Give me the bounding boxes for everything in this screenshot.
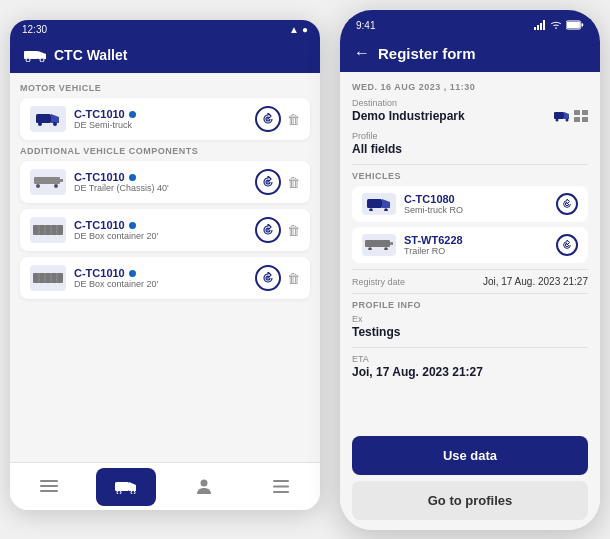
phone-refresh-btn-1[interactable] [556, 193, 578, 215]
destination-value: Demo Industriepark [352, 109, 465, 123]
container-actions-1: 🗑 [255, 217, 300, 243]
tablet-signal: ▲● [289, 24, 308, 35]
person-icon [197, 479, 211, 495]
refresh-btn-2[interactable] [255, 169, 281, 195]
trailer-icon-box-1 [30, 169, 66, 195]
menu-icon [273, 480, 289, 494]
phone-refresh-btn-2[interactable] [556, 234, 578, 256]
phone: 9:41 [340, 10, 600, 530]
ex-block: Ex Testings [352, 314, 588, 339]
phone-status-bar: 9:41 [340, 10, 600, 38]
phone-trailer-svg-1 [365, 240, 393, 250]
phone-vehicle-2: ST-WT6228 Trailer RO [352, 227, 588, 263]
svg-point-53 [368, 247, 372, 250]
refresh-btn-1[interactable] [255, 106, 281, 132]
status-dot-3 [129, 222, 136, 229]
registry-value: Joi, 17 Aug. 2023 21:27 [483, 276, 588, 287]
motor-vehicle-actions: 🗑 [255, 106, 300, 132]
divider-4 [352, 347, 588, 348]
svg-rect-8 [34, 177, 60, 184]
tablet-body: MOTOR VEHICLE C-TC1010 [10, 73, 320, 462]
delete-btn-3[interactable]: 🗑 [287, 223, 300, 238]
phone-header-title: Register form [378, 45, 476, 62]
phone-signal-icons [534, 20, 584, 30]
container-id-1: C-TC1010 [74, 219, 247, 231]
phone-body: WED. 16 AUG 2023 , 11:30 Destination Dem… [340, 72, 600, 428]
use-data-button[interactable]: Use data [352, 436, 588, 475]
trailer-id-1: C-TC1010 [74, 171, 247, 183]
container-card-2: C-TC1010 DE Box container 20' [20, 257, 310, 299]
status-dot-2 [129, 174, 136, 181]
go-to-profiles-button[interactable]: Go to profiles [352, 481, 588, 520]
refresh-icon-1 [262, 113, 274, 125]
container-icon-box-2 [30, 265, 66, 291]
svg-marker-49 [382, 199, 390, 208]
phone-vehicle-1: C-TC1080 Semi-truck RO [352, 186, 588, 222]
svg-point-2 [26, 58, 30, 62]
container-sub-2: DE Box container 20' [74, 279, 247, 289]
svg-point-42 [556, 119, 559, 122]
delete-btn-1[interactable]: 🗑 [287, 112, 300, 127]
date-label: WED. 16 AUG 2023 , 11:30 [352, 82, 588, 92]
phone-truck-svg-1 [367, 197, 391, 211]
svg-marker-41 [564, 112, 569, 119]
svg-point-28 [131, 490, 135, 494]
trailer-card-1: C-TC1010 DE Trailer (Chassis) 40' [20, 161, 310, 203]
svg-rect-40 [554, 112, 564, 119]
nav-list[interactable] [19, 468, 79, 506]
motor-vehicle-sub: DE Semi-truck [74, 120, 247, 130]
tablet: 12:30 ▲● CTC Wallet MOTOR VEHICLE [10, 20, 320, 510]
nav-menu[interactable] [251, 468, 311, 506]
destination-block: Destination Demo Industriepark [352, 98, 588, 123]
svg-marker-5 [51, 114, 59, 123]
svg-point-43 [566, 119, 569, 122]
phone-vehicle-sub-2: Trailer RO [404, 246, 548, 256]
registry-label: Registry date [352, 277, 405, 287]
container-card-1: C-TC1010 DE Box container 20' [20, 209, 310, 251]
refresh-icon-3 [262, 224, 274, 236]
tablet-status-bar: 12:30 ▲● [10, 20, 320, 39]
truck-dest-icon [554, 110, 570, 122]
profile-label: Profile [352, 131, 588, 141]
additional-label: ADDITIONAL VEHICLE COMPONENTS [20, 146, 310, 156]
ctc-wallet-icon [24, 48, 46, 62]
motor-vehicle-label: MOTOR VEHICLE [20, 83, 310, 93]
tablet-time: 12:30 [22, 24, 47, 35]
svg-point-10 [54, 184, 58, 188]
svg-rect-38 [567, 22, 580, 29]
delete-btn-4[interactable]: 🗑 [287, 271, 300, 286]
svg-rect-12 [33, 225, 63, 235]
tablet-bottom-nav [10, 462, 320, 510]
svg-point-27 [117, 490, 121, 494]
eta-value: Joi, 17 Aug. 2023 21:27 [352, 365, 588, 379]
container-info-1: C-TC1010 DE Box container 20' [74, 219, 247, 241]
svg-point-51 [384, 208, 388, 211]
nav-person[interactable] [174, 468, 234, 506]
additional-section: ADDITIONAL VEHICLE COMPONENTS C-TC1 [20, 146, 310, 299]
back-button[interactable]: ← [354, 44, 370, 62]
divider-3 [352, 293, 588, 294]
motor-vehicle-id: C-TC1010 [74, 108, 247, 120]
profile-info-label: PROFILE INFO [352, 300, 588, 310]
destination-row: Demo Industriepark [352, 109, 588, 123]
container-info-2: C-TC1010 DE Box container 20' [74, 267, 247, 289]
svg-rect-34 [537, 25, 539, 30]
refresh-btn-3[interactable] [255, 217, 281, 243]
wifi-icon [550, 20, 562, 30]
destination-icons [554, 110, 588, 122]
container-sub-1: DE Box container 20' [74, 231, 247, 241]
trailer-info-1: C-TC1010 DE Trailer (Chassis) 40' [74, 171, 247, 193]
ex-label: Ex [352, 314, 588, 324]
ex-value: Testings [352, 325, 588, 339]
delete-btn-2[interactable]: 🗑 [287, 175, 300, 190]
container-icon-2 [33, 273, 63, 283]
refresh-btn-4[interactable] [255, 265, 281, 291]
vehicles-label: VEHICLES [352, 171, 588, 181]
svg-point-50 [369, 208, 373, 211]
svg-rect-46 [574, 117, 580, 122]
svg-rect-31 [273, 485, 289, 487]
battery-icon [566, 20, 584, 30]
phone-refresh-icon-1 [562, 199, 572, 209]
divider-2 [352, 269, 588, 270]
nav-truck[interactable] [96, 468, 156, 506]
